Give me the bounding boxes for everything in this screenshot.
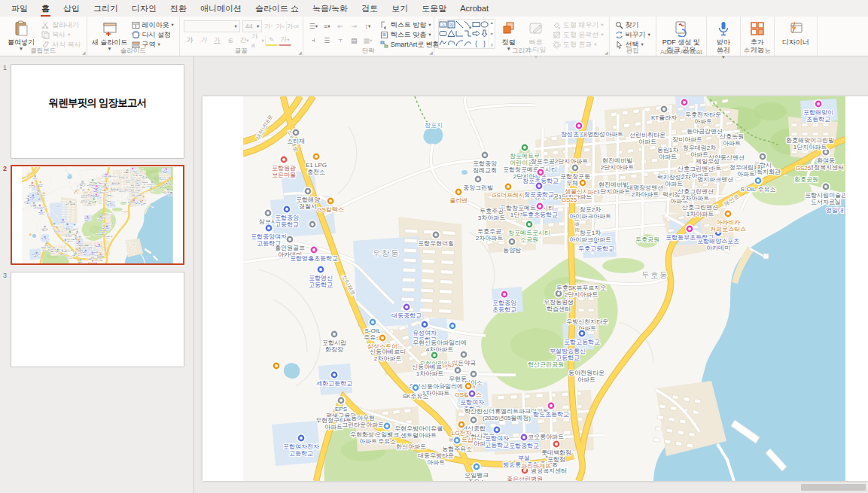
- paste-button[interactable]: 붙여넣기 ▼: [4, 19, 38, 46]
- align-center-button[interactable]: ☰: [321, 35, 333, 46]
- character-spacing-button[interactable]: 간▾: [238, 35, 251, 46]
- arrange-button[interactable]: 정렬▼: [497, 19, 521, 46]
- layout-button[interactable]: 레이아웃▾: [130, 20, 175, 29]
- paragraph-dialog-launcher-icon[interactable]: ◢: [429, 50, 433, 55]
- designer-icon: [787, 20, 804, 37]
- clipboard-dialog-launcher-icon[interactable]: ◢: [82, 50, 86, 55]
- reset-button[interactable]: 다시 설정: [130, 30, 175, 39]
- slide-thumbnail-1[interactable]: 1 워렌부핏의 임장보고서: [11, 64, 184, 159]
- group-drawing: 가가{} ▲▼⊽ 정렬▼ 빠른 스타일▾ 도형 채우기▾ 도형 윤: [434, 17, 610, 56]
- ribbon: 붙여넣기 ▼ 잘라내기 복사▾ 서식 복사 클립보드 ◢: [0, 17, 868, 56]
- align-right-button[interactable]: ⫟: [334, 35, 347, 46]
- bold-button[interactable]: 가: [184, 35, 196, 46]
- slide-editor-area: [195, 56, 868, 493]
- find-button[interactable]: 찾기: [614, 20, 652, 29]
- shape-rrect-icon[interactable]: [439, 29, 447, 39]
- shape-fill-button[interactable]: 도형 채우기▾: [551, 20, 605, 29]
- slide-number-2: 2: [3, 165, 7, 172]
- group-paragraph: ☰▾ ≡▾ ⇤ ⇥ ↕▾ ⫞ ☰ ⫟ ▤ ▦▾ 텍스트 방향▾ 텍스트 맞춤▾: [303, 17, 434, 56]
- bullets-button[interactable]: ☰▾: [307, 20, 320, 32]
- map-image[interactable]: [243, 96, 845, 481]
- group-label-drawing: 그리기: [434, 47, 609, 56]
- font-name-select[interactable]: ▾: [184, 20, 240, 32]
- menu-tab-Acrobat[interactable]: Acrobat: [453, 0, 495, 17]
- menu-tab-홈[interactable]: 홈: [35, 0, 56, 17]
- clear-formatting-button[interactable]: 가⌫: [286, 21, 299, 32]
- underline-button[interactable]: 가: [211, 35, 224, 46]
- group-slides: 새 슬라이드 ▼ 레이아웃▾ 다시 설정 구역▾ 슬라이드: [87, 17, 180, 56]
- slide-thumbnail-2[interactable]: 2: [11, 165, 184, 265]
- group-label-font: 글꼴: [180, 47, 303, 56]
- drawing-dialog-launcher-icon[interactable]: ◢: [605, 50, 608, 55]
- shape-tb2-icon[interactable]: 가: [447, 20, 455, 29]
- shape-l1-icon[interactable]: [455, 20, 464, 29]
- group-addins: 추가 기능 추가 기능: [741, 17, 775, 56]
- change-case-button[interactable]: 가a▾: [251, 35, 264, 46]
- slide-thumbnail-3[interactable]: 3: [11, 272, 184, 367]
- line-spacing-button[interactable]: ↕▾: [361, 20, 374, 32]
- cut-button[interactable]: 잘라내기: [40, 20, 83, 29]
- pdf-icon: [673, 20, 690, 37]
- slide-number-3: 3: [3, 272, 7, 279]
- group-voice: 받아 쓰기▾ 음성: [707, 17, 741, 56]
- slide-canvas[interactable]: [203, 96, 868, 481]
- shape-ell-icon[interactable]: [480, 20, 489, 29]
- menu-tab-보기[interactable]: 보기: [385, 0, 415, 17]
- shrink-font-button[interactable]: 가v: [275, 21, 285, 32]
- arrange-icon: [501, 20, 517, 37]
- quick-styles-icon: [528, 20, 544, 37]
- italic-button[interactable]: 가: [197, 35, 210, 46]
- shape-outline-button[interactable]: 도형 윤곽선▾: [551, 30, 605, 39]
- slide1-title-text: 워렌부핏의 임장보고서: [11, 96, 184, 110]
- group-label-clipboard: 클립보드: [0, 47, 87, 56]
- menu-tab-삽입[interactable]: 삽입: [56, 0, 87, 17]
- shape-l2-icon[interactable]: [464, 20, 472, 29]
- font-color-button[interactable]: 가▾: [279, 35, 291, 46]
- horizontal-scrollbar-thumb[interactable]: [801, 484, 866, 491]
- menu-bar: 파일홈삽입그리기디자인전환애니메이션슬라이드 쇼녹음/녹화검토보기도움말Acro…: [0, 0, 868, 17]
- shape-el1-icon[interactable]: [455, 29, 464, 39]
- font-dialog-launcher-icon[interactable]: ◢: [298, 50, 302, 55]
- menu-tab-애니메이션[interactable]: 애니메이션: [193, 0, 248, 17]
- designer-button[interactable]: 디자이너: [778, 19, 813, 46]
- shape-tri-icon[interactable]: [447, 29, 455, 39]
- justify-button[interactable]: ▤: [348, 35, 361, 46]
- shape-rect-icon[interactable]: [472, 20, 480, 29]
- quick-styles-button[interactable]: 빠른 스타일▾: [522, 19, 550, 46]
- menu-tab-파일[interactable]: 파일: [5, 0, 35, 17]
- shape-arr-icon[interactable]: [472, 29, 480, 39]
- menu-tab-슬라이드 쇼[interactable]: 슬라이드 쇼: [248, 0, 306, 17]
- menu-tab-그리기[interactable]: 그리기: [87, 0, 125, 17]
- shape-tb-icon[interactable]: 가: [439, 20, 447, 29]
- numbering-button[interactable]: ≡▾: [321, 20, 333, 32]
- new-slide-button[interactable]: 새 슬라이드 ▼: [91, 19, 129, 46]
- menu-tab-전환[interactable]: 전환: [163, 0, 193, 17]
- dictate-button[interactable]: 받아 쓰기▾: [711, 19, 736, 46]
- align-left-button[interactable]: ⫞: [307, 35, 320, 46]
- font-size-select[interactable]: 44▾: [242, 20, 262, 32]
- increase-indent-button[interactable]: ⇥: [348, 20, 361, 32]
- menu-tab-녹음/녹화[interactable]: 녹음/녹화: [306, 0, 355, 17]
- svg-text:가: 가: [449, 23, 453, 27]
- addins-button[interactable]: 추가 기능: [745, 19, 770, 46]
- shapes-gallery-scrollbar[interactable]: ▲▼⊽: [489, 20, 495, 48]
- grow-font-button[interactable]: 가^: [263, 21, 273, 32]
- group-label-editing: 편집: [610, 47, 656, 56]
- menu-tab-디자인[interactable]: 디자인: [125, 0, 163, 17]
- strikethrough-button[interactable]: S: [224, 35, 237, 46]
- pdf-create-share-button[interactable]: PDF 생성 및 링크 공유: [660, 19, 702, 46]
- shape-el2-icon[interactable]: [464, 29, 472, 39]
- shapes-gallery[interactable]: 가가{} ▲▼⊽: [438, 19, 495, 49]
- menu-tab-검토[interactable]: 검토: [355, 0, 385, 17]
- replace-button[interactable]: 바꾸기▾: [614, 30, 652, 39]
- slide-number-1: 1: [3, 64, 7, 72]
- group-label-addins: 추가 기능: [741, 47, 774, 56]
- menu-tab-도움말[interactable]: 도움말: [415, 0, 453, 17]
- slide-thumbnail-panel: 1 워렌부핏의 임장보고서 2 3: [0, 56, 194, 493]
- microphone-icon: [715, 20, 732, 37]
- decrease-indent-button[interactable]: ⇤: [334, 20, 347, 32]
- columns-button[interactable]: ▦▾: [361, 35, 374, 46]
- copy-button[interactable]: 복사▾: [40, 30, 83, 39]
- highlight-color-button[interactable]: ✎: [265, 35, 278, 46]
- shape-ard-icon[interactable]: [480, 29, 489, 39]
